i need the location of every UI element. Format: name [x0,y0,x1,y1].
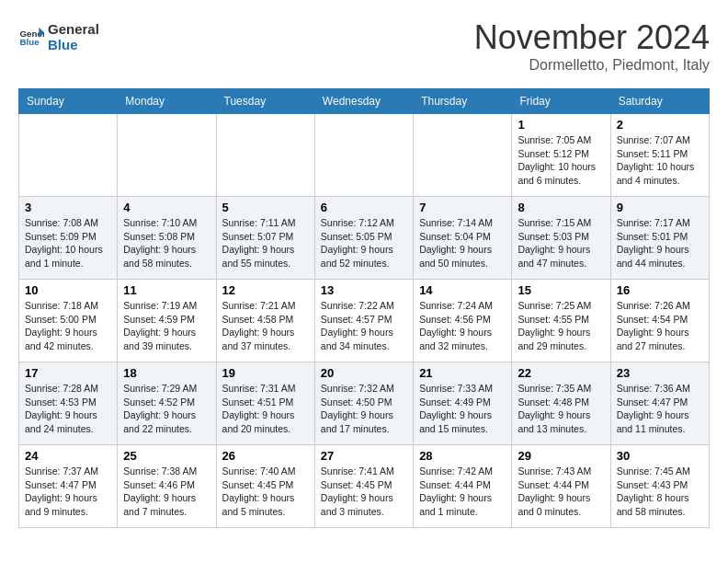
day-header-thursday: Thursday [414,89,512,114]
day-info: Sunrise: 7:42 AM Sunset: 4:44 PM Dayligh… [419,465,506,519]
day-info: Sunrise: 7:38 AM Sunset: 4:46 PM Dayligh… [123,465,210,519]
day-number: 9 [617,201,703,214]
calendar-cell: 19Sunrise: 7:31 AM Sunset: 4:51 PM Dayli… [216,362,314,445]
day-number: 8 [518,201,604,214]
day-number: 26 [222,449,309,463]
day-number: 16 [617,283,703,297]
day-info: Sunrise: 7:17 AM Sunset: 5:01 PM Dayligh… [617,216,703,270]
header: General Blue General Blue November 2024 … [18,18,710,74]
calendar-cell: 6Sunrise: 7:12 AM Sunset: 5:05 PM Daylig… [314,197,413,280]
day-info: Sunrise: 7:32 AM Sunset: 4:50 PM Dayligh… [321,382,407,436]
day-number: 11 [123,283,210,297]
day-info: Sunrise: 7:05 AM Sunset: 5:12 PM Dayligh… [518,133,604,188]
day-number: 12 [222,283,309,297]
calendar-cell: 7Sunrise: 7:14 AM Sunset: 5:04 PM Daylig… [414,197,512,280]
day-info: Sunrise: 7:26 AM Sunset: 4:54 PM Dayligh… [617,299,703,353]
day-info: Sunrise: 7:10 AM Sunset: 5:08 PM Dayligh… [123,216,210,270]
day-header-tuesday: Tuesday [216,89,314,114]
logo-general: General [48,22,99,38]
calendar-week-2: 3Sunrise: 7:08 AM Sunset: 5:09 PM Daylig… [19,197,710,280]
day-info: Sunrise: 7:36 AM Sunset: 4:47 PM Dayligh… [617,382,703,436]
day-number: 15 [518,283,604,297]
calendar-cell: 10Sunrise: 7:18 AM Sunset: 5:00 PM Dayli… [19,280,118,362]
calendar-cell: 23Sunrise: 7:36 AM Sunset: 4:47 PM Dayli… [610,362,709,445]
day-number: 2 [617,118,703,132]
day-number: 30 [617,449,703,463]
calendar-cell: 13Sunrise: 7:22 AM Sunset: 4:57 PM Dayli… [314,280,413,362]
day-number: 6 [321,201,407,214]
day-number: 13 [321,283,407,297]
day-number: 20 [321,366,407,380]
day-number: 24 [25,449,111,463]
location: Dormelletto, Piedmont, Italy [474,57,710,74]
day-number: 25 [123,449,210,463]
calendar-cell: 25Sunrise: 7:38 AM Sunset: 4:46 PM Dayli… [118,445,216,528]
calendar-cell: 4Sunrise: 7:10 AM Sunset: 5:08 PM Daylig… [118,197,216,280]
calendar-week-3: 10Sunrise: 7:18 AM Sunset: 5:00 PM Dayli… [19,280,710,362]
calendar-cell: 20Sunrise: 7:32 AM Sunset: 4:50 PM Dayli… [314,362,413,445]
day-info: Sunrise: 7:29 AM Sunset: 4:52 PM Dayligh… [123,382,210,436]
logo: General Blue General Blue [18,22,99,52]
day-number: 4 [123,201,210,214]
calendar-week-1: 1Sunrise: 7:05 AM Sunset: 5:12 PM Daylig… [19,114,710,197]
calendar-cell: 21Sunrise: 7:33 AM Sunset: 4:49 PM Dayli… [414,362,512,445]
day-header-saturday: Saturday [610,89,709,114]
day-number: 18 [123,366,210,380]
day-header-friday: Friday [512,89,610,114]
calendar-week-5: 24Sunrise: 7:37 AM Sunset: 4:47 PM Dayli… [19,445,710,528]
calendar-cell: 26Sunrise: 7:40 AM Sunset: 4:45 PM Dayli… [216,445,314,528]
day-number: 5 [222,201,309,214]
day-info: Sunrise: 7:25 AM Sunset: 4:55 PM Dayligh… [518,299,604,353]
calendar-cell: 2Sunrise: 7:07 AM Sunset: 5:11 PM Daylig… [610,114,709,197]
day-info: Sunrise: 7:43 AM Sunset: 4:44 PM Dayligh… [518,465,604,519]
day-info: Sunrise: 7:31 AM Sunset: 4:51 PM Dayligh… [222,382,309,436]
day-number: 23 [617,366,703,380]
calendar-cell: 15Sunrise: 7:25 AM Sunset: 4:55 PM Dayli… [512,280,610,362]
calendar-body: 1Sunrise: 7:05 AM Sunset: 5:12 PM Daylig… [19,114,710,528]
day-number: 14 [419,283,506,297]
day-info: Sunrise: 7:40 AM Sunset: 4:45 PM Dayligh… [222,465,309,519]
day-info: Sunrise: 7:11 AM Sunset: 5:07 PM Dayligh… [222,216,309,270]
day-number: 27 [321,449,407,463]
day-info: Sunrise: 7:37 AM Sunset: 4:47 PM Dayligh… [25,465,111,519]
day-header-wednesday: Wednesday [314,89,413,114]
day-info: Sunrise: 7:33 AM Sunset: 4:49 PM Dayligh… [419,382,506,436]
calendar-cell: 29Sunrise: 7:43 AM Sunset: 4:44 PM Dayli… [512,445,610,528]
day-number: 28 [419,449,506,463]
calendar-cell: 16Sunrise: 7:26 AM Sunset: 4:54 PM Dayli… [610,280,709,362]
day-number: 3 [25,201,111,214]
day-info: Sunrise: 7:21 AM Sunset: 4:58 PM Dayligh… [222,299,309,353]
calendar-cell [118,114,216,197]
day-info: Sunrise: 7:41 AM Sunset: 4:45 PM Dayligh… [321,465,407,519]
svg-text:Blue: Blue [19,37,40,47]
calendar-cell [19,114,118,197]
day-number: 29 [518,449,604,463]
calendar-cell: 22Sunrise: 7:35 AM Sunset: 4:48 PM Dayli… [512,362,610,445]
calendar-cell [314,114,413,197]
day-number: 1 [518,118,604,132]
calendar-cell: 8Sunrise: 7:15 AM Sunset: 5:03 PM Daylig… [512,197,610,280]
calendar-header-row: SundayMondayTuesdayWednesdayThursdayFrid… [19,89,710,114]
logo-blue: Blue [48,38,99,53]
calendar-cell: 17Sunrise: 7:28 AM Sunset: 4:53 PM Dayli… [19,362,118,445]
calendar-cell: 24Sunrise: 7:37 AM Sunset: 4:47 PM Dayli… [19,445,118,528]
calendar-week-4: 17Sunrise: 7:28 AM Sunset: 4:53 PM Dayli… [19,362,710,445]
day-number: 21 [419,366,506,380]
title-area: November 2024 Dormelletto, Piedmont, Ita… [474,18,710,74]
day-info: Sunrise: 7:19 AM Sunset: 4:59 PM Dayligh… [123,299,210,353]
day-info: Sunrise: 7:22 AM Sunset: 4:57 PM Dayligh… [321,299,407,353]
calendar-cell: 18Sunrise: 7:29 AM Sunset: 4:52 PM Dayli… [118,362,216,445]
day-info: Sunrise: 7:14 AM Sunset: 5:04 PM Dayligh… [419,216,506,270]
day-number: 10 [25,283,111,297]
day-info: Sunrise: 7:12 AM Sunset: 5:05 PM Dayligh… [321,216,407,270]
day-info: Sunrise: 7:45 AM Sunset: 4:43 PM Dayligh… [617,465,703,519]
calendar-cell [216,114,314,197]
calendar-cell: 1Sunrise: 7:05 AM Sunset: 5:12 PM Daylig… [512,114,610,197]
day-info: Sunrise: 7:07 AM Sunset: 5:11 PM Dayligh… [617,133,703,188]
day-number: 17 [25,366,111,380]
day-info: Sunrise: 7:28 AM Sunset: 4:53 PM Dayligh… [25,382,111,436]
day-info: Sunrise: 7:18 AM Sunset: 5:00 PM Dayligh… [25,299,111,353]
day-info: Sunrise: 7:35 AM Sunset: 4:48 PM Dayligh… [518,382,604,436]
calendar-table: SundayMondayTuesdayWednesdayThursdayFrid… [18,88,710,528]
day-info: Sunrise: 7:15 AM Sunset: 5:03 PM Dayligh… [518,216,604,270]
